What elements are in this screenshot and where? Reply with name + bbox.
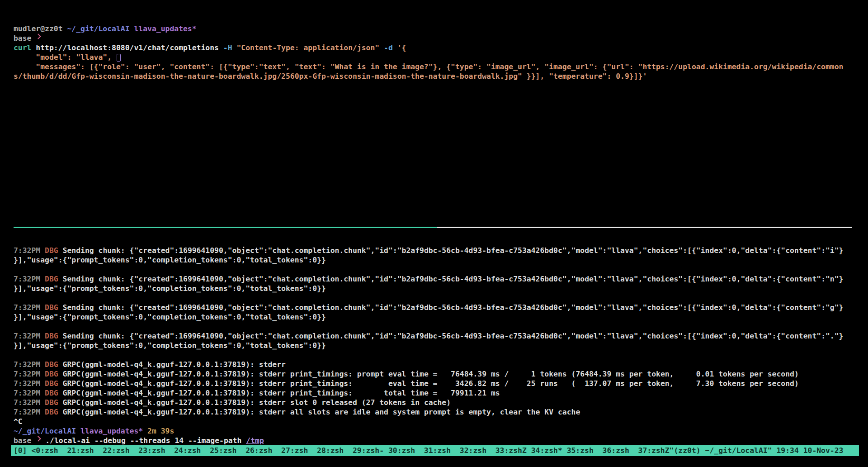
log-chunk-1-wrap: }],"usage":{"prompt_tokens":0,"completio… xyxy=(14,255,843,265)
git-branch: llava_updates* xyxy=(134,24,196,33)
text-segment: Sending chunk: {"created":1699641090,"ob… xyxy=(58,246,844,255)
text-segment: GRPC(ggml-model-q4_k.gguf-127.0.0.1:3781… xyxy=(58,360,286,369)
text-segment: GRPC(ggml-model-q4_k.gguf-127.0.0.1:3781… xyxy=(58,398,451,407)
log-level-badge: DBG xyxy=(45,275,58,283)
log-level-badge: DBG xyxy=(45,303,58,312)
text-segment xyxy=(40,370,45,378)
terminal-window[interactable]: mudler@zz0t ~/_git/LocalAI llava_updates… xyxy=(0,0,868,467)
terminal-pane-top[interactable]: mudler@zz0t ~/_git/LocalAI llava_updates… xyxy=(14,24,843,81)
header-flag: -H xyxy=(223,43,232,52)
prompt-user-line: mudler@zz0t ~/_git/LocalAI llava_updates… xyxy=(14,24,843,33)
text-segment xyxy=(40,360,45,369)
log-timestamp: 7:32PM xyxy=(14,332,40,340)
log-timestamp: 7:32PM xyxy=(14,360,40,369)
log-timestamp: 7:32PM xyxy=(14,370,40,378)
sigint-indicator: ^C xyxy=(14,417,23,426)
tmp-path-link[interactable]: /tmp xyxy=(246,436,264,445)
data-flag: -d xyxy=(384,43,393,52)
text-segment xyxy=(40,379,45,388)
text-segment: GRPC(ggml-model-q4_k.gguf-127.0.0.1:3781… xyxy=(58,408,580,416)
env-name: base xyxy=(14,34,36,43)
command-duration: 2m 39s xyxy=(147,427,174,435)
log-grpc-prompt-eval: 7:32PM DBG GRPC(ggml-model-q4_k.gguf-127… xyxy=(14,369,843,379)
user-host: mudler@zz0t xyxy=(14,24,67,33)
text-segment: GRPC(ggml-model-q4_k.gguf-127.0.0.1:3781… xyxy=(58,379,799,388)
log-level-badge: DBG xyxy=(45,246,58,255)
cwd-path: ~/_git/LocalAI xyxy=(67,24,129,33)
pane-divider-active-segment xyxy=(14,227,437,228)
text-segment xyxy=(40,332,45,340)
log-grpc-eval: 7:32PM DBG GRPC(ggml-model-q4_k.gguf-127… xyxy=(14,379,843,388)
blank-line xyxy=(14,265,843,274)
log-level-badge: DBG xyxy=(45,408,58,416)
text-segment: GRPC(ggml-model-q4_k.gguf-127.0.0.1:3781… xyxy=(58,389,500,397)
json-messages-field: "messages": [{"role": "user", "content":… xyxy=(14,62,843,71)
curl-command-line: curl http://localhost:8080/v1/chat/compl… xyxy=(14,43,843,52)
prompt-arrow-icon xyxy=(36,33,41,41)
pane-divider[interactable] xyxy=(14,227,852,228)
text-segment: Sending chunk: {"created":1699641090,"ob… xyxy=(58,275,844,283)
text-segment: Sending chunk: {"created":1699641090,"ob… xyxy=(58,303,844,312)
text-segment xyxy=(40,275,45,283)
local-ai-command-line: base ./local-ai --debug --threads 14 --i… xyxy=(14,436,843,445)
json-messages-continuation: s/thumb/d/dd/Gfp-wisconsin-madison-the-n… xyxy=(14,72,647,81)
log-grpc-slot-released: 7:32PM DBG GRPC(ggml-model-q4_k.gguf-127… xyxy=(14,398,843,407)
log-chunk-2: 7:32PM DBG Sending chunk: {"created":169… xyxy=(14,274,843,284)
log-level-badge: DBG xyxy=(45,370,58,378)
json-model-line: "model": "llava", xyxy=(14,52,843,62)
log-chunk-4-wrap: }],"usage":{"prompt_tokens":0,"completio… xyxy=(14,341,843,350)
command-name: curl xyxy=(14,43,31,52)
log-timestamp: 7:32PM xyxy=(14,398,40,407)
log-chunk-3: 7:32PM DBG Sending chunk: {"created":169… xyxy=(14,303,843,312)
log-timestamp: 7:32PM xyxy=(14,379,40,388)
log-level-badge: DBG xyxy=(45,360,58,369)
log-level-badge: DBG xyxy=(45,398,58,407)
tmux-status-bar[interactable]: [0] <0:zsh 21:zsh 22:zsh 23:zsh 24:zsh 2… xyxy=(11,445,859,456)
pane-divider-inactive-segment xyxy=(437,227,852,228)
prompt-path-line: ~/_git/LocalAI llava_updates* 2m 39s xyxy=(14,426,843,436)
text-segment xyxy=(232,43,237,52)
json-messages-line: "messages": [{"role": "user", "content":… xyxy=(14,62,843,71)
log-level-badge: DBG xyxy=(45,332,58,340)
prompt-input-line: base xyxy=(14,33,843,43)
text-cursor xyxy=(117,54,121,62)
log-timestamp: 7:32PM xyxy=(14,275,40,283)
blank-line xyxy=(14,350,843,360)
text-segment xyxy=(393,43,397,52)
env-name: base xyxy=(14,436,36,445)
request-url: http://localhost:8080/v1/chat/completion… xyxy=(31,43,223,52)
tmux-status-right: "(zz0t) ~/_git/LocalAI" 19:34 10-Nov-23 xyxy=(670,446,844,455)
text-segment xyxy=(40,303,45,312)
log-grpc-stderr: 7:32PM DBG GRPC(ggml-model-q4_k.gguf-127… xyxy=(14,360,843,369)
blank-line xyxy=(14,322,843,331)
log-level-badge: DBG xyxy=(45,389,58,397)
text-segment xyxy=(40,408,45,416)
text-segment xyxy=(76,427,80,435)
sigint-line: ^C xyxy=(14,417,843,426)
text-segment: Sending chunk: {"created":1699641090,"ob… xyxy=(58,332,844,340)
text-segment: }],"usage":{"prompt_tokens":0,"completio… xyxy=(14,313,326,321)
log-chunk-2-wrap: }],"usage":{"prompt_tokens":0,"completio… xyxy=(14,284,843,293)
log-level-badge: DBG xyxy=(45,379,58,388)
text-segment xyxy=(130,24,134,33)
log-timestamp: 7:32PM xyxy=(14,408,40,416)
text-segment: '{ xyxy=(397,43,406,52)
local-ai-command: ./local-ai --debug --threads 14 --image-… xyxy=(41,436,246,445)
text-segment xyxy=(40,389,45,397)
text-segment xyxy=(40,246,45,255)
log-grpc-total: 7:32PM DBG GRPC(ggml-model-q4_k.gguf-127… xyxy=(14,388,843,398)
terminal-pane-bottom[interactable]: 7:32PM DBG Sending chunk: {"created":169… xyxy=(14,246,843,445)
tmux-window-list[interactable]: [0] <0:zsh 21:zsh 22:zsh 23:zsh 24:zsh 2… xyxy=(14,446,670,455)
log-chunk-1: 7:32PM DBG Sending chunk: {"created":169… xyxy=(14,246,843,255)
text-segment: }],"usage":{"prompt_tokens":0,"completio… xyxy=(14,256,326,264)
json-model-field: "model": "llava", xyxy=(14,53,116,62)
log-timestamp: 7:32PM xyxy=(14,246,40,255)
blank-line xyxy=(14,293,843,303)
prompt-arrow-icon xyxy=(36,436,41,443)
log-timestamp: 7:32PM xyxy=(14,303,40,312)
text-segment: GRPC(ggml-model-q4_k.gguf-127.0.0.1:3781… xyxy=(58,370,799,378)
text-segment: }],"usage":{"prompt_tokens":0,"completio… xyxy=(14,341,326,350)
text-segment xyxy=(40,398,45,407)
cwd-path: ~/_git/LocalAI xyxy=(14,427,76,435)
log-timestamp: 7:32PM xyxy=(14,389,40,397)
